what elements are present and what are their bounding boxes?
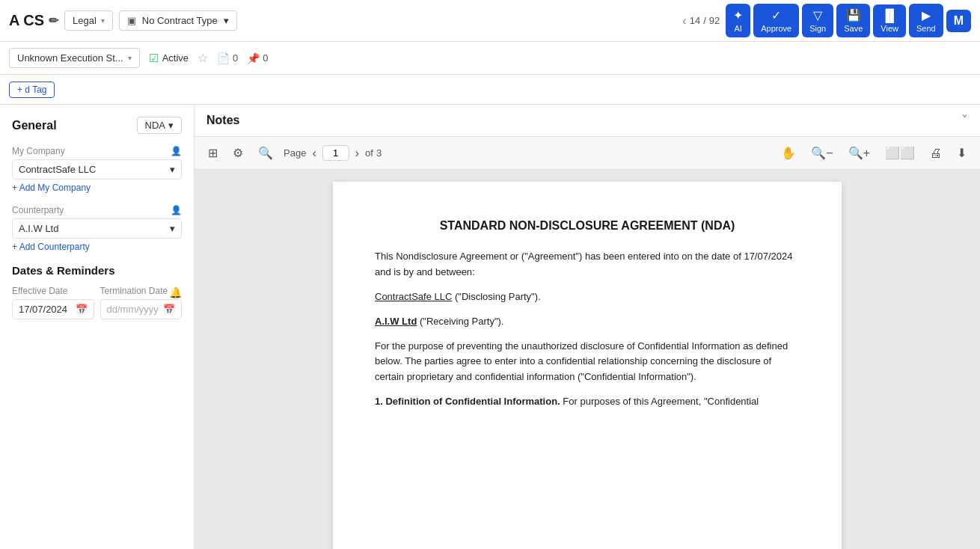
- calendar-icon[interactable]: 📅: [76, 304, 88, 315]
- search-button[interactable]: 🔍: [254, 143, 278, 163]
- download-button[interactable]: ⬇: [952, 143, 971, 163]
- nda-dropdown[interactable]: NDA ▾: [137, 117, 182, 134]
- view-label: View: [881, 24, 898, 33]
- pdf-paragraph-1: This Nondisclosure Agreement or ("Agreem…: [375, 249, 800, 280]
- main-content: General NDA ▾ My Company 👤 ContractSafe …: [0, 105, 980, 549]
- contract-title: A CS ✏: [9, 12, 58, 29]
- add-tag-label: + d Tag: [17, 85, 46, 95]
- star-button[interactable]: ☆: [197, 51, 208, 65]
- general-section-header: General NDA ▾: [12, 117, 182, 134]
- save-button[interactable]: 💾 Save: [836, 4, 870, 37]
- page-current: 14: [690, 15, 700, 26]
- add-my-company-link[interactable]: + Add My Company: [12, 183, 182, 193]
- ai-button[interactable]: ✦ AI: [726, 4, 750, 37]
- check-icon: ☑: [149, 52, 159, 65]
- second-bar: Unknown Execution St... ▾ ☑ Active ☆ 📄 0…: [0, 42, 980, 75]
- print-button[interactable]: 🖨: [925, 144, 946, 163]
- my-company-label: My Company: [12, 146, 65, 156]
- receiving-party-suffix: ("Receiving Party").: [417, 316, 503, 327]
- zoom-out-button[interactable]: 🔍−: [806, 143, 837, 163]
- calendar-icon[interactable]: 📅: [163, 304, 175, 315]
- notes-title: Notes: [206, 114, 239, 127]
- status-badge: ☑ Active: [149, 52, 189, 65]
- sign-button[interactable]: ▽ Sign: [802, 4, 833, 37]
- copies-count: 📄 0: [217, 52, 238, 64]
- add-tag-button[interactable]: + d Tag: [9, 82, 55, 98]
- prev-page-button[interactable]: ‹: [309, 145, 319, 162]
- page-of-label: of: [365, 147, 373, 159]
- counterparty-field: Counterparty 👤 A.I.W Ltd ▾ + Add Counter…: [12, 205, 182, 252]
- receiving-company-name: A.I.W Ltd: [375, 316, 417, 327]
- pdf-section-1-text: For purposes of this Agreement, "Confide…: [563, 396, 759, 407]
- collapse-button[interactable]: ˅: [961, 112, 968, 129]
- pdf-section-1: 1. Definition of Confidential Informatio…: [375, 394, 800, 410]
- termination-date-input[interactable]: dd/mm/yyyy 📅: [100, 299, 183, 319]
- page-input-area: Page ‹ › of 3: [284, 145, 382, 162]
- document-icon: ▣: [127, 15, 136, 26]
- user-icon[interactable]: 👤: [171, 146, 182, 156]
- status-label: Active: [162, 52, 189, 64]
- bell-icon[interactable]: 🔔: [169, 286, 182, 298]
- effective-date-label: Effective Date: [12, 286, 94, 296]
- approve-button[interactable]: ✓ Approve: [753, 4, 799, 37]
- my-company-value: ContractSafe LLC: [19, 164, 96, 175]
- my-company-select[interactable]: ContractSafe LLC ▾: [12, 159, 182, 180]
- general-title: General: [12, 119, 57, 132]
- next-page-button[interactable]: ›: [352, 145, 362, 162]
- hand-tool-button[interactable]: ✋: [777, 143, 800, 163]
- zoom-in-button[interactable]: 🔍+: [844, 143, 875, 163]
- action-buttons: ✦ AI ✓ Approve ▽ Sign 💾 Save ▐▌ View ▶ S…: [726, 4, 971, 37]
- ai-label: AI: [735, 24, 742, 33]
- sign-label: Sign: [809, 24, 826, 33]
- sign-icon: ▽: [813, 8, 822, 22]
- date-row: Effective Date 17/07/2024 📅 Termination …: [12, 286, 182, 319]
- contract-type-label: No Contract Type: [142, 15, 218, 26]
- pdf-section-1-title: 1. Definition of Confidential Informatio…: [375, 396, 560, 407]
- right-panel: Notes ˅ ⊞ ⚙ 🔍 Page ‹ › of 3 ✋ 🔍− 🔍+ ⬜⬜ 🖨…: [195, 105, 980, 549]
- copies-number: 0: [233, 52, 238, 64]
- more-button[interactable]: M: [946, 10, 971, 32]
- disclosing-party-suffix: ("Disclosing Party").: [452, 291, 540, 302]
- page-navigation: ‹ 14 / 92: [682, 14, 720, 28]
- chevron-down-icon: ▾: [224, 15, 229, 26]
- view-button[interactable]: ▐▌ View: [873, 4, 906, 37]
- page-label: Page: [284, 147, 306, 159]
- counterparty-label-row: Counterparty 👤: [12, 205, 182, 215]
- my-company-field: My Company 👤 ContractSafe LLC ▾ + Add My…: [12, 146, 182, 193]
- settings-button[interactable]: ⚙: [228, 143, 248, 163]
- category-label: Legal: [73, 15, 97, 26]
- grid-view-button[interactable]: ⊞: [203, 143, 222, 163]
- copy-icon: 📄: [217, 52, 230, 64]
- chevron-down-icon: ▾: [101, 16, 105, 25]
- notes-section: Notes ˅: [195, 105, 980, 137]
- contract-type-dropdown[interactable]: ▣ No Contract Type ▾: [119, 10, 237, 31]
- counterparty-label: Counterparty: [12, 205, 64, 215]
- pdf-toolbar: ⊞ ⚙ 🔍 Page ‹ › of 3 ✋ 🔍− 🔍+ ⬜⬜ 🖨 ⬇: [195, 137, 980, 170]
- pdf-page: STANDARD NON-DISCLOSURE AGREEMENT (NDA) …: [333, 182, 842, 549]
- termination-date-label: Termination Date: [100, 286, 168, 296]
- split-view-button[interactable]: ⬜⬜: [881, 143, 919, 163]
- pdf-paragraph-3: For the purpose of preventing the unauth…: [375, 339, 800, 385]
- edit-icon[interactable]: ✏: [49, 13, 58, 28]
- send-button[interactable]: ▶ Send: [909, 4, 943, 37]
- category-dropdown[interactable]: Legal ▾: [64, 10, 113, 31]
- prev-page-button[interactable]: ‹: [682, 14, 686, 28]
- my-company-label-row: My Company 👤: [12, 146, 182, 156]
- effective-date-input[interactable]: 17/07/2024 📅: [12, 299, 94, 319]
- termination-date-placeholder: dd/mm/yyyy: [107, 304, 159, 315]
- title-text: A CS: [9, 12, 44, 29]
- pdf-document-title: STANDARD NON-DISCLOSURE AGREEMENT (NDA): [375, 218, 800, 234]
- chevron-down-icon: ▾: [170, 223, 175, 234]
- pdf-body: This Nondisclosure Agreement or ("Agreem…: [375, 249, 800, 409]
- counterparty-select[interactable]: A.I.W Ltd ▾: [12, 218, 182, 239]
- pdf-disclosing-party: ContractSafe LLC ("Disclosing Party").: [375, 289, 800, 305]
- more-icon: M: [954, 14, 964, 28]
- page-number-input[interactable]: [322, 145, 349, 161]
- dates-section-title: Dates & Reminders: [12, 264, 182, 277]
- effective-date-field: Effective Date 17/07/2024 📅: [12, 286, 94, 319]
- ai-icon: ✦: [733, 8, 743, 22]
- add-counterparty-link[interactable]: + Add Counterparty: [12, 242, 182, 252]
- execution-status-dropdown[interactable]: Unknown Execution St... ▾: [9, 48, 140, 68]
- user-icon[interactable]: 👤: [171, 205, 182, 215]
- execution-status-label: Unknown Execution St...: [17, 52, 123, 64]
